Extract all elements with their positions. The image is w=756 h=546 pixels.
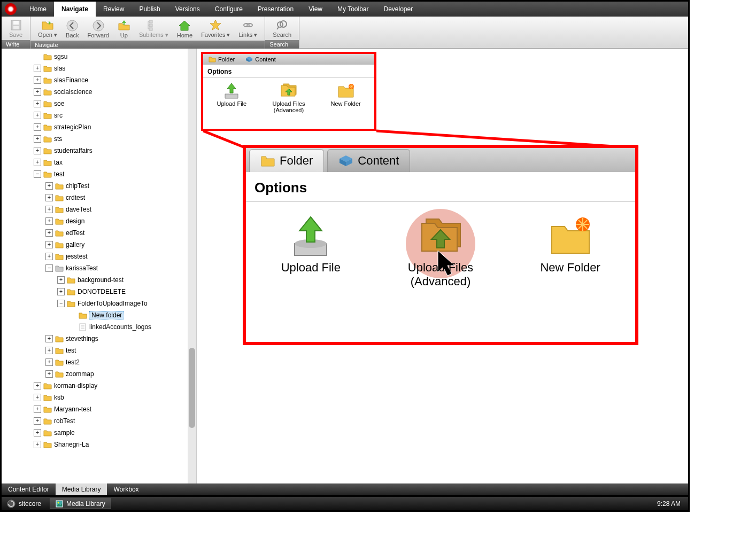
tree-toggle[interactable]: + bbox=[45, 229, 53, 237]
open-button[interactable]: Open ▾ bbox=[34, 18, 61, 40]
scrollbar-thumb[interactable] bbox=[189, 348, 195, 428]
bottom-tab-media-library[interactable]: Media Library bbox=[56, 483, 107, 495]
tree-toggle[interactable]: + bbox=[34, 441, 41, 448]
tree-item[interactable]: +edTest bbox=[34, 227, 196, 239]
bottom-tab-workbox[interactable]: Workbox bbox=[107, 483, 145, 495]
tree-item[interactable]: +korman-display bbox=[34, 380, 196, 392]
tree-item[interactable]: −karissaTest bbox=[34, 262, 196, 274]
tree-item[interactable]: +jesstest bbox=[34, 251, 196, 262]
tree-item[interactable]: −FolderToUploadImageTo bbox=[34, 298, 196, 309]
tree-item[interactable]: +test bbox=[34, 345, 196, 356]
tree-item[interactable]: +chipTest bbox=[34, 180, 196, 192]
tree-item[interactable]: +socialscience bbox=[34, 86, 196, 98]
tree-item[interactable]: +slas bbox=[34, 63, 196, 74]
save-button[interactable]: Save bbox=[5, 18, 27, 39]
tree-toggle[interactable]: + bbox=[45, 241, 53, 248]
new-folder-button-small[interactable]: New Folder bbox=[322, 81, 370, 113]
tree-toggle[interactable]: − bbox=[45, 264, 53, 272]
tree-toggle[interactable]: + bbox=[34, 382, 41, 389]
menu-home[interactable]: Home bbox=[22, 2, 54, 17]
tree-toggle[interactable]: + bbox=[34, 88, 41, 96]
tab-content-large[interactable]: Content bbox=[327, 149, 410, 172]
upload-file-button-small[interactable]: Upload File bbox=[207, 81, 256, 113]
tree-item[interactable]: +zoommap bbox=[34, 368, 196, 380]
tree-item[interactable]: +stevethings bbox=[34, 333, 196, 345]
menu-developer[interactable]: Developer bbox=[376, 2, 421, 17]
tree-toggle[interactable]: + bbox=[34, 429, 41, 436]
menu-review[interactable]: Review bbox=[96, 2, 132, 17]
tree-toggle[interactable]: + bbox=[45, 335, 53, 342]
tree-toggle[interactable]: + bbox=[34, 159, 41, 166]
tree-item[interactable]: +Shanegri-La bbox=[34, 439, 196, 450]
tree-toggle[interactable]: + bbox=[45, 253, 53, 260]
tree-toggle[interactable]: + bbox=[34, 76, 41, 84]
menu-navigate[interactable]: Navigate bbox=[54, 2, 96, 17]
new-folder-button-large[interactable]: New Folder bbox=[517, 213, 624, 288]
tree-toggle[interactable]: + bbox=[45, 194, 53, 201]
tree-toggle[interactable]: + bbox=[34, 123, 41, 131]
home-button[interactable]: Home bbox=[173, 18, 197, 40]
tree-toggle[interactable]: + bbox=[34, 100, 41, 107]
upload-files-advanced-button-small[interactable]: Upload Files (Advanced) bbox=[265, 81, 313, 113]
tree-toggle[interactable]: + bbox=[34, 112, 41, 119]
back-button[interactable]: Back bbox=[61, 18, 83, 40]
tree-item[interactable]: −test bbox=[34, 168, 196, 180]
menu-configure[interactable]: Configure bbox=[207, 2, 250, 17]
tree-toggle[interactable]: + bbox=[57, 288, 65, 295]
tree-toggle[interactable]: + bbox=[45, 347, 53, 354]
scrollbar[interactable] bbox=[188, 49, 196, 483]
tree-item[interactable]: linkedAccounts_logos bbox=[34, 321, 196, 333]
upload-file-button-large[interactable]: Upload File bbox=[257, 213, 364, 288]
menu-mytoolbar[interactable]: My Toolbar bbox=[330, 2, 376, 17]
menu-view[interactable]: View bbox=[301, 2, 330, 17]
tree-item[interactable]: +src bbox=[34, 110, 196, 121]
tree-toggle[interactable]: + bbox=[34, 65, 41, 72]
tree-item[interactable]: +ksb bbox=[34, 392, 196, 403]
tree-toggle[interactable]: + bbox=[57, 276, 65, 284]
up-button[interactable]: Up bbox=[113, 18, 135, 40]
search-button[interactable]: Search bbox=[268, 18, 296, 39]
tree-item[interactable]: +robTest bbox=[34, 415, 196, 427]
tree-item[interactable]: +tax bbox=[34, 157, 196, 168]
sitecore-logo-icon[interactable] bbox=[5, 3, 17, 15]
tree-item[interactable]: +gallery bbox=[34, 239, 196, 251]
tree-toggle[interactable]: + bbox=[45, 206, 53, 213]
tree-item[interactable]: +design bbox=[34, 215, 196, 227]
tree-item[interactable]: +daveTest bbox=[34, 204, 196, 215]
tree-item[interactable]: +Maryann-test bbox=[34, 403, 196, 415]
tree-toggle[interactable]: + bbox=[34, 147, 41, 154]
tree-item[interactable]: +crdtest bbox=[34, 192, 196, 204]
taskbar-app-media-library[interactable]: Media Library bbox=[50, 498, 111, 509]
bottom-tab-content-editor[interactable]: Content Editor bbox=[2, 483, 56, 495]
tree-item[interactable]: +sample bbox=[34, 427, 196, 439]
tab-content-small[interactable]: Content bbox=[240, 54, 281, 65]
tree-toggle[interactable]: + bbox=[45, 358, 53, 366]
tree-item[interactable]: +DONOTDELETE bbox=[34, 286, 196, 298]
favorites-button[interactable]: Favorites ▾ bbox=[197, 18, 234, 40]
links-button[interactable]: Links ▾ bbox=[234, 18, 261, 40]
tree-toggle[interactable]: + bbox=[34, 135, 41, 143]
tab-folder-small[interactable]: Folder bbox=[203, 54, 240, 65]
tree-toggle[interactable]: + bbox=[34, 394, 41, 401]
tree-item[interactable]: +soe bbox=[34, 98, 196, 110]
tree-toggle[interactable]: + bbox=[45, 217, 53, 225]
tree-item[interactable]: +background-test bbox=[34, 274, 196, 286]
tree-item[interactable]: +sts bbox=[34, 133, 196, 145]
tree-item[interactable]: +test2 bbox=[34, 356, 196, 368]
tree-item[interactable]: New folder bbox=[34, 309, 196, 321]
subitems-button[interactable]: Subitems ▾ bbox=[135, 18, 173, 40]
tree-toggle[interactable]: − bbox=[57, 300, 65, 307]
menu-presentation[interactable]: Presentation bbox=[250, 2, 301, 17]
forward-button[interactable]: Forward bbox=[83, 18, 113, 40]
tree-toggle[interactable]: − bbox=[34, 170, 41, 178]
tree-item[interactable]: sgsu bbox=[34, 51, 196, 63]
tree-toggle[interactable]: + bbox=[34, 417, 41, 425]
tree-toggle[interactable]: + bbox=[45, 370, 53, 378]
menu-versions[interactable]: Versions bbox=[168, 2, 207, 17]
tree-item[interactable]: +slasFinance bbox=[34, 74, 196, 86]
tree-item[interactable]: +strategicPlan bbox=[34, 121, 196, 133]
start-button[interactable]: sitecore bbox=[2, 500, 47, 508]
upload-files-advanced-button-large[interactable]: Upload Files (Advanced) bbox=[387, 213, 494, 288]
menu-publish[interactable]: Publish bbox=[132, 2, 167, 17]
tree-toggle[interactable]: + bbox=[45, 182, 53, 190]
